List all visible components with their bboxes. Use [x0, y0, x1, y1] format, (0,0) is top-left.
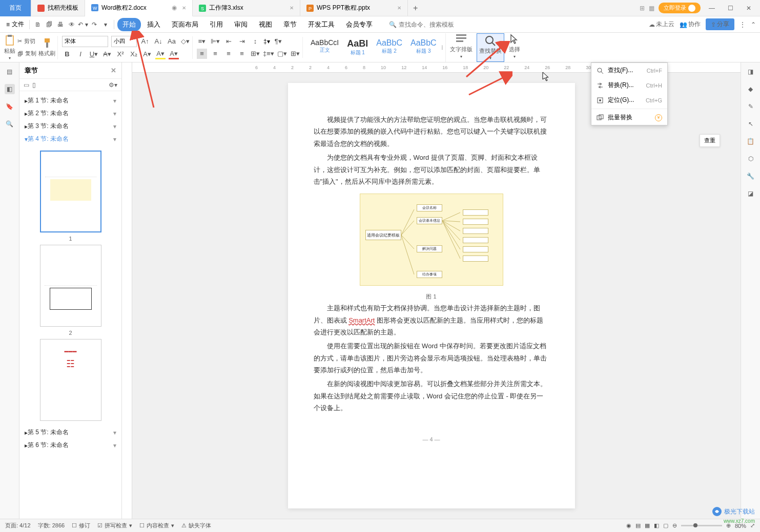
save-as-icon[interactable]: 🗐: [44, 19, 54, 30]
style-heading3[interactable]: AaBbC 标题 3: [407, 37, 440, 58]
justify-button[interactable]: ≡: [237, 49, 247, 59]
grid-icon[interactable]: ▦: [649, 5, 654, 12]
coop-button[interactable]: 👥协作: [680, 20, 701, 29]
decrease-indent-button[interactable]: ⇤: [223, 36, 234, 47]
collapse-icon[interactable]: ⌃: [751, 21, 756, 28]
rail-search-icon[interactable]: 🔍: [5, 119, 15, 129]
status-words[interactable]: 字数: 2866: [38, 522, 65, 529]
rail-style-icon[interactable]: ◆: [746, 84, 756, 94]
view-web-icon[interactable]: ▦: [645, 522, 650, 529]
view-outline-icon[interactable]: ◧: [654, 522, 659, 529]
tab-excel[interactable]: S 工作簿3.xlsx ✕: [193, 0, 300, 16]
rail-outline-icon[interactable]: ◧: [5, 84, 15, 94]
increase-font-icon[interactable]: A↑: [140, 36, 150, 47]
tool-settings-icon[interactable]: ⚙▾: [109, 81, 117, 89]
change-case-icon[interactable]: Aa: [167, 36, 177, 47]
rail-select-icon[interactable]: ↖: [746, 119, 756, 129]
align-right-button[interactable]: ≡: [223, 49, 234, 59]
print-icon[interactable]: 🖶: [55, 19, 66, 30]
increase-indent-button[interactable]: ⇥: [237, 36, 247, 47]
styles-more-icon[interactable]: ⁞: [441, 44, 443, 51]
menu-tab-view[interactable]: 视图: [254, 18, 277, 31]
page-thumb-1[interactable]: [40, 151, 101, 232]
tab-home[interactable]: 首页: [0, 0, 31, 16]
page-thumb-2[interactable]: [40, 245, 101, 327]
format-painter-button[interactable]: 格式刷: [38, 37, 55, 57]
clear-format-icon[interactable]: ◇▾: [180, 36, 190, 47]
font-color-button[interactable]: A▾: [169, 49, 179, 59]
dropdown-find[interactable]: 查找(F)... Ctrl+F: [591, 63, 667, 78]
more-icon[interactable]: ⋮: [740, 21, 746, 28]
zoom-out-button[interactable]: ⊖: [672, 522, 677, 529]
decrease-font-icon[interactable]: A↓: [153, 36, 163, 47]
sidebar-close-icon[interactable]: ✕: [111, 67, 116, 74]
status-revision[interactable]: ☐修订: [72, 522, 90, 529]
add-tab-button[interactable]: +: [408, 4, 423, 13]
menu-tab-section[interactable]: 章节: [278, 18, 302, 31]
align-center-button[interactable]: ≡: [210, 49, 220, 59]
select-button[interactable]: 选择▾: [508, 33, 521, 62]
close-button[interactable]: ✕: [742, 5, 756, 12]
rail-shape-icon[interactable]: ⬡: [746, 154, 756, 164]
bold-button[interactable]: B: [62, 49, 72, 59]
zoom-slider[interactable]: [681, 525, 722, 526]
outline-item-5[interactable]: ▸ 第 5 节: 未命名▾: [19, 426, 121, 439]
rail-clipboard-icon[interactable]: 📋: [746, 136, 756, 146]
dropdown-goto[interactable]: 定位(G)... Ctrl+G: [591, 93, 667, 108]
subscript-button[interactable]: X₂: [129, 49, 139, 59]
shading-button[interactable]: ▢▾: [277, 49, 287, 59]
view-read-icon[interactable]: ◉: [626, 522, 631, 529]
menu-tab-insert[interactable]: 插入: [142, 18, 166, 31]
rail-toggle-icon[interactable]: ◨: [746, 67, 756, 77]
cut-button[interactable]: ✂剪切: [17, 36, 36, 47]
redo-icon[interactable]: ↷: [89, 19, 99, 30]
minimize-button[interactable]: —: [705, 5, 719, 12]
close-icon[interactable]: ✕: [290, 5, 294, 11]
command-search[interactable]: 🔍: [389, 21, 460, 28]
menu-tab-member[interactable]: 会员专享: [341, 18, 378, 31]
style-heading2[interactable]: AaBbC 标题 2: [373, 37, 406, 58]
tab-templates[interactable]: 找稻壳模板: [31, 0, 85, 16]
outline-item-2[interactable]: ▸ 第 2 节: 未命名▾: [19, 107, 121, 120]
dropdown-replace[interactable]: 替换(R)... Ctrl+H: [591, 78, 667, 93]
outline-item-6[interactable]: ▸ 第 6 节: 未命名▾: [19, 439, 121, 452]
tab-ppt[interactable]: P WPS PPT教程.pptx ✕: [300, 0, 408, 16]
superscript-button[interactable]: X²: [115, 49, 126, 59]
font-select[interactable]: [62, 36, 108, 47]
document-page[interactable]: 视频提供了功能强大的方法帮助您证明您的观点。当您单击联机视频时，可以在想要添加的…: [288, 83, 575, 508]
tab-word-doc[interactable]: W Word教程2.docx ◉ ✕: [85, 0, 193, 16]
rail-bookmark-icon[interactable]: 🔖: [5, 101, 15, 112]
outline-item-1[interactable]: ▸ 第 1 节: 未命名▾: [19, 94, 121, 107]
rail-wrench-icon[interactable]: 🔧: [746, 171, 756, 181]
pin-icon[interactable]: ◉: [172, 4, 177, 11]
border-button[interactable]: ⊞▾: [290, 49, 300, 59]
maximize-button[interactable]: ☐: [723, 5, 737, 12]
status-content-check[interactable]: ☐内容检查▾: [139, 522, 174, 529]
status-spellcheck[interactable]: ☑拼写检查▾: [97, 522, 132, 529]
bullets-button[interactable]: ≡▾: [197, 36, 207, 47]
paste-button[interactable]: 粘贴▾: [4, 35, 15, 60]
status-missing-font[interactable]: ⚠缺失字体: [181, 522, 211, 529]
document-scroll[interactable]: 视频提供了功能强大的方法帮助您证明您的观点。当您单击联机视频时，可以在想要添加的…: [122, 73, 741, 519]
rail-clip-icon[interactable]: ◪: [746, 188, 756, 199]
numbering-button[interactable]: ⊫▾: [210, 36, 220, 47]
menu-tab-start[interactable]: 开始: [117, 18, 141, 31]
cloud-status[interactable]: ☁未上云: [649, 20, 674, 29]
undo-icon[interactable]: ↶ ▾: [78, 19, 88, 30]
tool-blank-icon[interactable]: ▯: [32, 81, 36, 89]
view-focus-icon[interactable]: ▢: [663, 522, 668, 529]
show-marks-button[interactable]: ¶▾: [273, 36, 283, 47]
outline-item-3[interactable]: ▸ 第 3 节: 未命名▾: [19, 120, 121, 133]
tool-new-icon[interactable]: ▭: [24, 81, 29, 89]
style-normal[interactable]: AaBbCcI 正文: [307, 37, 342, 58]
highlight-button[interactable]: A▾: [155, 49, 166, 59]
menu-tab-review[interactable]: 审阅: [229, 18, 253, 31]
text-layout-button[interactable]: 文字排版▾: [450, 33, 473, 62]
find-replace-button[interactable]: 查找替换▾: [477, 33, 504, 62]
italic-button[interactable]: I: [75, 49, 86, 59]
dropdown-batch-replace[interactable]: 批量替换 ¥: [591, 110, 667, 125]
menu-tab-layout[interactable]: 页面布局: [167, 18, 203, 31]
close-icon[interactable]: ✕: [397, 5, 401, 11]
copy-button[interactable]: 🗐复制: [17, 48, 36, 59]
underline-button[interactable]: U▾: [89, 49, 99, 59]
